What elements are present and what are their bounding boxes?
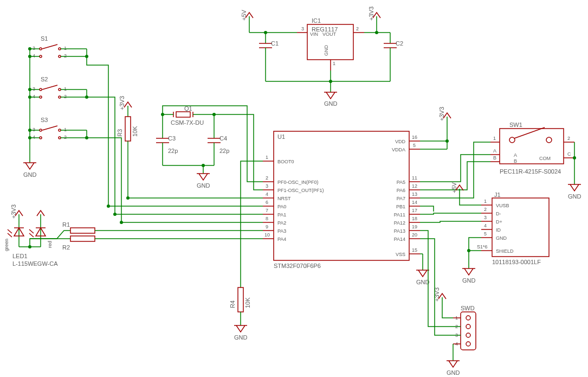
svg-text:PA13: PA13 xyxy=(394,228,405,234)
svg-text:B: B xyxy=(493,155,496,161)
svg-text:+3V3: +3V3 xyxy=(368,7,374,21)
svg-text:1: 1 xyxy=(266,155,268,160)
svg-text:2: 2 xyxy=(567,136,570,141)
swd-header: SWD 1 2 3 4 +3V3 GND xyxy=(420,231,476,376)
svg-text:D-: D- xyxy=(496,211,501,216)
encoder-sw1: SW1 PEC11R-4215F-S0024 1 2 A B C A B COM… xyxy=(420,122,581,200)
svg-line-131 xyxy=(42,126,57,130)
svg-rect-218 xyxy=(70,228,95,233)
svg-text:10118193-0001LF: 10118193-0001LF xyxy=(492,259,541,265)
svg-text:4: 4 xyxy=(33,94,35,99)
svg-text:2: 2 xyxy=(64,94,67,99)
svg-text:VDD: VDD xyxy=(395,139,406,144)
svg-point-224 xyxy=(107,205,110,208)
svg-text:19: 19 xyxy=(412,224,417,229)
svg-text:GND: GND xyxy=(324,100,338,107)
svg-text:C: C xyxy=(567,151,571,157)
svg-text:+5V: +5V xyxy=(241,9,247,21)
svg-text:5: 5 xyxy=(413,143,416,148)
svg-text:R1: R1 xyxy=(62,221,70,228)
svg-text:13: 13 xyxy=(412,191,417,197)
svg-text:VSS: VSS xyxy=(396,252,405,257)
svg-text:CSM-7X-DU: CSM-7X-DU xyxy=(171,119,204,126)
svg-text:11: 11 xyxy=(412,175,417,181)
svg-rect-219 xyxy=(70,236,95,241)
svg-text:ID: ID xyxy=(496,227,501,233)
svg-text:+5V: +5V xyxy=(451,182,457,193)
svg-text:B: B xyxy=(514,158,517,164)
svg-text:22p: 22p xyxy=(219,148,229,154)
svg-text:22p: 22p xyxy=(168,148,178,154)
svg-text:R4: R4 xyxy=(229,301,236,308)
reg-gnd: GND xyxy=(266,71,390,107)
svg-text:U1: U1 xyxy=(277,133,285,140)
svg-point-109 xyxy=(59,48,61,50)
svg-text:+3V3: +3V3 xyxy=(119,96,125,110)
svg-point-280 xyxy=(466,342,470,346)
svg-text:GND: GND xyxy=(324,45,329,56)
svg-text:SW1: SW1 xyxy=(509,122,522,128)
svg-text:C3: C3 xyxy=(168,135,176,142)
svg-point-128 xyxy=(40,137,42,139)
usb-j1: J1 10118193-0001LF 1VUSB 2D- 3D+ 4ID 5GN… xyxy=(420,182,549,284)
svg-point-278 xyxy=(466,324,470,329)
svg-point-231 xyxy=(509,137,515,143)
svg-text:GND: GND xyxy=(197,182,210,189)
svg-text:PA4: PA4 xyxy=(277,237,286,242)
ic1-ref: IC1 xyxy=(312,17,321,24)
svg-text:12: 12 xyxy=(412,183,417,189)
svg-text:NRST: NRST xyxy=(277,196,291,201)
switch-s3: S3 3 4 1 2 xyxy=(33,117,67,140)
led-block: +3V3 LED1 L-115WEGW-CA green red R1 R2 xyxy=(4,196,263,267)
svg-text:STM32F070F6P6: STM32F070F6P6 xyxy=(274,263,321,269)
svg-text:1: 1 xyxy=(493,136,496,141)
svg-point-118 xyxy=(40,96,42,98)
svg-text:PEC11R-4215F-S0024: PEC11R-4215F-S0024 xyxy=(500,168,561,175)
svg-text:17: 17 xyxy=(412,208,417,213)
svg-point-277 xyxy=(466,316,470,320)
svg-text:PA3: PA3 xyxy=(277,228,286,234)
svg-text:PF0-OSC_IN(PF0): PF0-OSC_IN(PF0) xyxy=(277,180,319,185)
svg-rect-34 xyxy=(274,131,409,260)
svg-text:PA1: PA1 xyxy=(277,212,286,218)
svg-text:4: 4 xyxy=(266,191,268,197)
svg-text:A: A xyxy=(514,152,517,158)
svg-text:4: 4 xyxy=(33,53,35,59)
svg-text:A: A xyxy=(493,148,496,154)
svg-text:GND: GND xyxy=(234,334,248,341)
svg-point-146 xyxy=(28,95,31,99)
svg-text:1: 1 xyxy=(64,86,67,92)
svg-text:3: 3 xyxy=(301,26,304,31)
svg-text:4: 4 xyxy=(33,135,35,140)
svg-text:C1: C1 xyxy=(271,40,279,47)
svg-text:+3V3: +3V3 xyxy=(438,107,445,121)
svg-text:8: 8 xyxy=(266,216,268,221)
svg-text:PA0: PA0 xyxy=(277,204,286,209)
svg-point-24 xyxy=(264,31,267,34)
svg-text:18: 18 xyxy=(412,216,417,221)
svg-point-130 xyxy=(59,137,61,139)
svg-point-144 xyxy=(28,55,31,58)
svg-text:SHIELD: SHIELD xyxy=(496,248,514,254)
svg-rect-228 xyxy=(500,129,564,164)
svg-text:GND: GND xyxy=(416,279,430,285)
svg-text:GND: GND xyxy=(23,171,37,178)
svg-text:S2: S2 xyxy=(41,76,48,82)
svg-point-148 xyxy=(28,136,31,139)
svg-text:14: 14 xyxy=(412,200,417,205)
svg-point-100 xyxy=(445,139,449,143)
svg-rect-169 xyxy=(238,287,243,312)
svg-text:S3: S3 xyxy=(41,117,48,123)
svg-point-145 xyxy=(28,88,31,91)
svg-text:S1: S1 xyxy=(41,35,48,42)
svg-text:+3V3: +3V3 xyxy=(10,205,17,219)
svg-text:5: 5 xyxy=(484,231,487,237)
svg-text:PA7: PA7 xyxy=(397,196,405,201)
svg-point-226 xyxy=(120,221,123,224)
svg-point-248 xyxy=(573,156,576,159)
rail-5v-reg: +5V xyxy=(241,9,267,34)
svg-point-225 xyxy=(113,213,117,216)
svg-point-127 xyxy=(40,129,42,131)
svg-text:3: 3 xyxy=(484,215,487,220)
svg-text:J1: J1 xyxy=(494,191,501,198)
